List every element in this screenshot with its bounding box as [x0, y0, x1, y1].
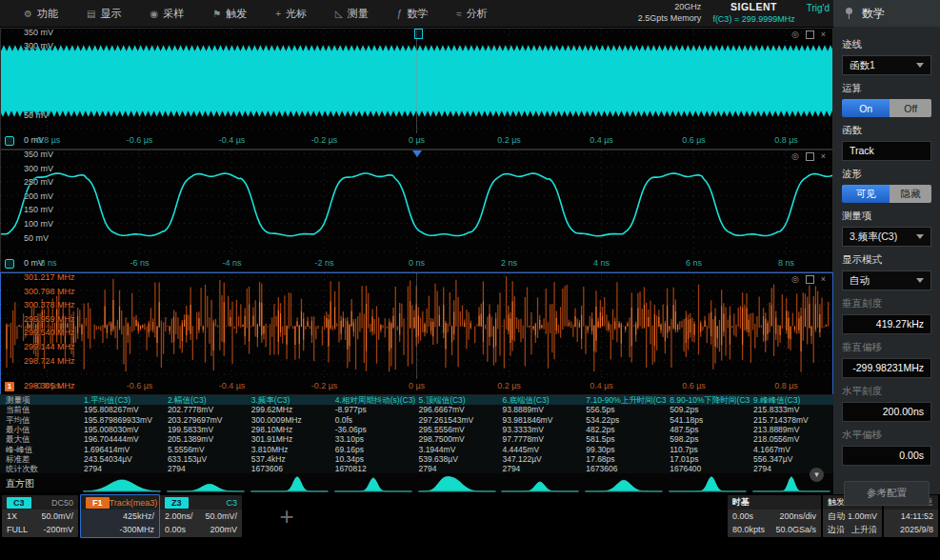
window-controls: ◎ ×: [791, 152, 826, 161]
channel-marker-icon[interactable]: [5, 136, 14, 146]
menu-item-display[interactable]: ▤显示: [72, 0, 135, 27]
x-axis-tick-label: -0.6 µs: [127, 381, 153, 390]
trigger-level: 1.00mV: [848, 511, 877, 521]
hscale-input[interactable]: 200.00ns: [842, 402, 931, 422]
table-column-header[interactable]: 5.顶端值(C3): [415, 395, 499, 405]
vscale-input[interactable]: 419.27kHz: [842, 314, 931, 334]
x-axis-tick-label: 0.6 µs: [682, 381, 706, 390]
table-cell: 581.5ps: [582, 434, 666, 444]
waveform-hidden-button[interactable]: 隐藏: [890, 185, 931, 203]
footer-bar: C3 DC50 1X50.0mV/ FULL-200mV F1 Track(me…: [0, 494, 940, 540]
c3-atten: 1X: [7, 511, 17, 521]
menu-item-trigger[interactable]: ⚑触发: [198, 0, 261, 27]
menu-item-utility[interactable]: ⚙功能: [10, 0, 72, 27]
clock-date: 2025/9/8: [900, 525, 933, 534]
close-icon[interactable]: ×: [821, 30, 826, 39]
channel-box-f1[interactable]: F1 Track(mea3) 425kHz/ -300MHz: [80, 494, 160, 538]
operation-on-button[interactable]: On: [842, 99, 890, 117]
target-icon[interactable]: ◎: [791, 275, 799, 284]
table-cell: -8.977ps: [331, 405, 415, 414]
table-cell: 199.5833mV: [164, 425, 248, 434]
table-cell: 5.5556mV: [164, 445, 248, 454]
x-axis-tick-label: -0.4 µs: [219, 381, 246, 390]
trigger-slope: 上升沿: [851, 524, 877, 536]
channel-box-z3[interactable]: Z3 C3 2.00ns/50.0mV/ 0.00s200mV: [160, 495, 242, 537]
channel-marker-icon[interactable]: [5, 259, 14, 269]
timebase-points: 80.0kpts: [732, 525, 765, 534]
pin-icon[interactable]: [845, 8, 853, 19]
histogram-plot: [582, 473, 666, 492]
waveform-visible-button[interactable]: 可见: [842, 185, 890, 203]
measure-item-select[interactable]: 3.频率(C3): [842, 227, 931, 247]
f1-marker-badge[interactable]: 1: [5, 382, 14, 391]
close-icon[interactable]: ×: [821, 152, 826, 161]
maximize-icon[interactable]: [806, 152, 814, 161]
table-column-header[interactable]: 6.底端值(C3): [498, 395, 582, 405]
x-axis-tick-label: -0.8 µs: [34, 381, 61, 390]
table-cell: 298.7500mV: [415, 434, 499, 444]
menu-item-label: 触发: [226, 7, 247, 21]
channel-box-c3[interactable]: C3 DC50 1X50.0mV/ FULL-200mV: [2, 495, 78, 537]
table-column-header[interactable]: 9.峰峰值(C3): [750, 395, 833, 405]
histogram-plot: [248, 473, 331, 492]
track-plot[interactable]: 301.217 MHz300.798 MHz300.378 MHz299.959…: [1, 273, 832, 379]
delay-marker[interactable]: [412, 150, 422, 157]
maximize-icon[interactable]: [806, 30, 814, 39]
table-column-header[interactable]: 4.相对周期抖动(s)(C3): [331, 395, 415, 405]
menu-item-analysis[interactable]: ≈分析: [442, 0, 502, 27]
waveform-window-track: 301.217 MHz300.798 MHz300.378 MHz299.959…: [0, 272, 833, 395]
scroll-down-button[interactable]: ▾: [810, 468, 824, 482]
math-panel-header[interactable]: 数学: [833, 0, 940, 27]
table-cell: 33.10ps: [331, 434, 415, 444]
function-input[interactable]: Track: [842, 141, 931, 161]
f1-badge[interactable]: F1: [86, 497, 110, 509]
table-column-header[interactable]: 8.90-10%下降时间(C3): [666, 395, 750, 405]
chevron-down-icon: [916, 234, 924, 239]
histogram-cell-7: [582, 473, 666, 492]
maximize-icon[interactable]: [806, 275, 814, 284]
x-axis-tick-label: 0.4 µs: [590, 135, 613, 145]
menu-item-math[interactable]: ƒ数学: [383, 0, 443, 27]
c3-badge[interactable]: C3: [7, 497, 31, 509]
z3-source: C3: [226, 498, 237, 508]
table-cell: 10.34ps: [331, 454, 415, 464]
main-plot[interactable]: 350 mV300 mV50 mV: [1, 29, 832, 133]
target-icon[interactable]: ◎: [791, 152, 799, 161]
voffset-input[interactable]: -299.98231MHz: [842, 358, 931, 378]
close-icon[interactable]: ×: [821, 275, 826, 284]
table-cell: 537.4kHz: [248, 454, 331, 464]
main-x-axis: 0 mV-0.8 µs-0.6 µs-0.4 µs-0.2 µs0 µs0.2 …: [1, 133, 832, 149]
histogram-cell-4: [331, 473, 415, 492]
table-cell: 0.0fs: [331, 415, 415, 425]
operation-off-button[interactable]: Off: [890, 99, 931, 117]
histogram-cell-6: [498, 473, 582, 492]
trace-value: 函数1: [850, 59, 875, 72]
menu-item-measure[interactable]: ◺测量: [321, 0, 383, 27]
trigger-position-marker[interactable]: [414, 29, 423, 39]
z3-badge[interactable]: Z3: [165, 497, 189, 509]
histogram-plot: [164, 473, 248, 492]
trigger-icon: ⚑: [212, 9, 221, 19]
hoffset-input[interactable]: 0.00s: [842, 446, 931, 466]
table-column-header[interactable]: 3.频率(C3): [248, 395, 331, 405]
waveform-window-zoom: 350 mV300 mV250 mV200 mV150 mV100 mV50 m…: [0, 150, 833, 272]
x-axis-tick-label: 0.8 µs: [774, 381, 798, 390]
window-controls: ◎ ×: [791, 275, 826, 284]
brand-logo: SIGLENT: [712, 1, 794, 14]
timebase-box[interactable]: 时基 0.00s200ns/div 80.0kpts50.0GSa/s: [728, 495, 821, 537]
trace-select[interactable]: 函数1: [842, 55, 931, 75]
hoffset-label: 水平偏移: [842, 429, 931, 442]
reference-config-button[interactable]: 参考配置: [844, 481, 930, 506]
table-column-header[interactable]: 7.10-90%上升时间(C3): [582, 395, 666, 405]
table-column-header[interactable]: 1.平均值(C3): [80, 395, 164, 405]
table-column-header[interactable]: 2.幅值(C3): [164, 395, 248, 405]
target-icon[interactable]: ◎: [791, 30, 799, 39]
c3-offset: -200mV: [43, 525, 73, 534]
display-mode-select[interactable]: 自动: [842, 270, 931, 290]
menu-item-acquire[interactable]: ◉采样: [135, 0, 198, 27]
menu-item-cursors[interactable]: +光标: [261, 0, 321, 27]
zoom-plot[interactable]: 350 mV300 mV250 mV200 mV150 mV100 mV50 m…: [1, 150, 832, 256]
x-axis-tick-label: 2 ns: [501, 258, 517, 268]
add-channel-button[interactable]: +: [255, 502, 318, 532]
menu-item-label: 采样: [163, 7, 184, 21]
